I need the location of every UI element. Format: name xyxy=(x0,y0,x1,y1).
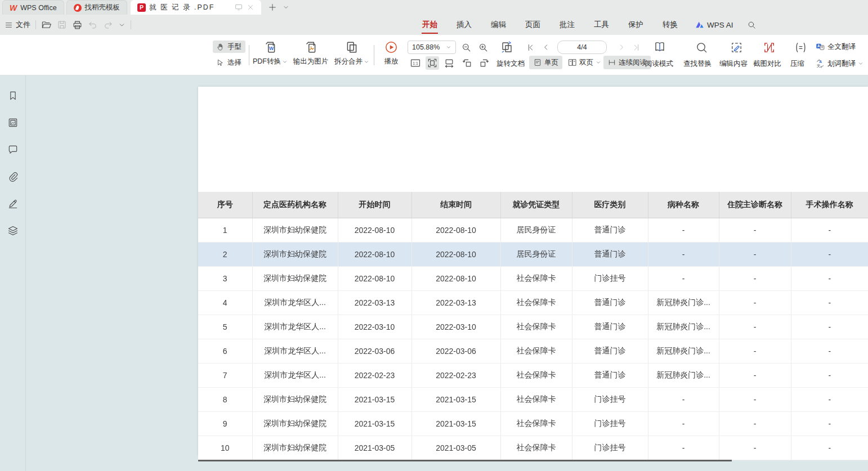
pdf-page[interactable]: 序号定点医药机构名称开始时间结束时间就诊凭证类型医疗类别病种名称住院主诊断名称手… xyxy=(198,87,868,455)
menu-tab-tools[interactable]: 工具 xyxy=(584,15,619,35)
file-menu-button[interactable]: 文件 xyxy=(5,20,30,30)
table-cell: 深圳市妇幼保健院 xyxy=(252,218,338,242)
menu-tab-protect[interactable]: 保护 xyxy=(619,15,653,35)
single-page-icon xyxy=(533,58,542,67)
fit-page-button[interactable] xyxy=(442,56,456,70)
menu-tab-page[interactable]: 页面 xyxy=(516,15,550,35)
table-row: 4深圳市龙华区人...2022-03-132022-03-13社会保障卡普通门诊… xyxy=(198,290,868,315)
split-merge-button[interactable]: 拆分合并 xyxy=(333,40,370,66)
thumbnails-panel-icon[interactable] xyxy=(5,115,21,131)
wps-logo-icon: W xyxy=(10,4,17,12)
word-translate-button[interactable]: A 文 划词翻译 xyxy=(814,57,865,70)
bookmark-panel-icon[interactable] xyxy=(5,88,21,104)
play-slideshow-button[interactable]: 播放 xyxy=(381,40,402,66)
pdf-convert-button[interactable]: W PDF转换 xyxy=(252,40,288,66)
pdf-canvas[interactable]: 序号定点医药机构名称开始时间结束时间就诊凭证类型医疗类别病种名称住院主诊断名称手… xyxy=(26,75,868,471)
replace-pages-icon[interactable] xyxy=(499,39,516,55)
rotate-doc-label[interactable]: 旋转文档 xyxy=(496,59,525,69)
menu-tab-wps-ai[interactable]: WPS AI xyxy=(687,21,741,29)
zoom-out-button[interactable] xyxy=(459,41,473,54)
divider xyxy=(249,45,249,65)
divider xyxy=(374,45,374,65)
zoom-in-button[interactable] xyxy=(476,41,490,54)
table-cell: - xyxy=(719,436,791,460)
fit-width-button[interactable] xyxy=(426,56,439,70)
next-page-button[interactable] xyxy=(615,41,628,54)
find-replace-icon[interactable] xyxy=(693,39,709,55)
table-cell: 2022-08-10 xyxy=(411,242,500,266)
table-row: 2深圳市妇幼保健院2022-08-102022-08-10居民身份证普通门诊--… xyxy=(198,242,868,266)
hand-tool-button[interactable]: 手型 xyxy=(213,41,245,53)
open-file-icon[interactable] xyxy=(41,20,52,30)
screenshot-compare-icon[interactable] xyxy=(761,39,777,55)
tab-pdf-document[interactable]: P 就 医 记 录 .PDF xyxy=(131,0,261,15)
menu-tab-edit[interactable]: 编辑 xyxy=(481,15,516,35)
rotate-left-button[interactable] xyxy=(460,56,474,70)
compress-label[interactable]: 压缩 xyxy=(790,59,804,69)
hand-icon xyxy=(216,43,225,51)
menu-tab-home[interactable]: 开始 xyxy=(413,15,447,35)
read-mode-icon[interactable] xyxy=(652,39,668,55)
hamburger-icon xyxy=(5,21,13,29)
monitor-icon[interactable] xyxy=(234,3,243,12)
select-tool-button[interactable]: 选择 xyxy=(213,56,245,69)
undo-icon[interactable] xyxy=(88,20,98,30)
table-cell: 普通门诊 xyxy=(572,242,648,266)
table-cell: - xyxy=(719,363,791,387)
comment-panel-icon[interactable] xyxy=(5,142,21,158)
table-cell: 2022-08-10 xyxy=(338,266,411,290)
attachment-panel-icon[interactable] xyxy=(5,169,21,185)
compress-icon[interactable] xyxy=(793,39,808,55)
menu-tab-convert[interactable]: 转换 xyxy=(653,15,687,35)
edit-content-label[interactable]: 编辑内容 xyxy=(719,59,748,69)
double-page-button[interactable]: 双页 xyxy=(564,56,605,69)
new-tab-icon[interactable] xyxy=(268,3,277,12)
previous-page-button[interactable] xyxy=(539,41,553,54)
tab-list-chevron-icon[interactable] xyxy=(283,4,289,11)
single-page-button[interactable]: 单页 xyxy=(529,56,562,69)
save-icon[interactable] xyxy=(57,20,67,30)
table-cell: 社会保障卡 xyxy=(500,436,572,460)
find-replace-label[interactable]: 查找替换 xyxy=(683,59,712,69)
menu-tab-comment[interactable]: 批注 xyxy=(550,15,584,35)
edit-content-icon[interactable] xyxy=(728,39,744,55)
export-image-button[interactable]: 输出为图片 xyxy=(291,40,330,66)
rotate-right-button[interactable] xyxy=(477,56,491,70)
table-cell: 7 xyxy=(198,363,252,387)
last-page-button[interactable] xyxy=(629,41,643,54)
screenshot-compare-label[interactable]: 截图对比 xyxy=(753,59,781,69)
full-translate-icon: A xyxy=(815,42,825,52)
menu-search-icon[interactable] xyxy=(741,20,762,30)
pdf-convert-label: PDF转换 xyxy=(253,57,281,66)
actual-size-button[interactable]: 1:1 xyxy=(409,56,422,70)
continuous-reading-button[interactable]: 连续阅读 xyxy=(603,56,651,69)
page-number-input[interactable] xyxy=(557,41,607,54)
print-icon[interactable] xyxy=(72,20,83,30)
table-cell: 2 xyxy=(198,242,252,266)
redo-icon[interactable] xyxy=(103,20,113,30)
table-cell: - xyxy=(791,387,868,411)
table-cell: - xyxy=(719,218,791,242)
table-row: 9深圳市妇幼保健院2021-03-152021-03-15社会保障卡门诊挂号--… xyxy=(198,411,868,436)
tab-wps-office[interactable]: W WPS Office xyxy=(2,0,64,15)
table-cell: 社会保障卡 xyxy=(500,411,572,436)
table-horizontal-scrollbar[interactable] xyxy=(198,460,732,461)
table-cell: - xyxy=(719,387,791,411)
table-cell: 2021-03-15 xyxy=(411,387,500,411)
table-cell: 社会保障卡 xyxy=(500,315,572,339)
signature-panel-icon[interactable] xyxy=(5,196,21,212)
tab-docer-templates[interactable]: 找稻壳模板 xyxy=(66,0,128,15)
full-translate-button[interactable]: A 全文翻译 xyxy=(814,40,857,53)
select-tool-label: 选择 xyxy=(227,58,241,68)
close-tab-icon[interactable] xyxy=(247,3,254,11)
table-cell: 新冠肺炎门诊... xyxy=(648,315,719,339)
table-header-cell: 病种名称 xyxy=(648,192,719,218)
table-cell: 8 xyxy=(198,387,252,411)
zoom-level-select[interactable]: 105.88% xyxy=(408,41,456,54)
menu-tab-insert[interactable]: 插入 xyxy=(447,15,481,35)
layers-panel-icon[interactable] xyxy=(5,223,21,239)
first-page-button[interactable] xyxy=(524,41,537,54)
more-actions-chevron-icon[interactable] xyxy=(118,21,126,29)
table-cell: 门诊挂号 xyxy=(572,266,648,290)
read-mode-label[interactable]: 阅读模式 xyxy=(645,59,673,69)
